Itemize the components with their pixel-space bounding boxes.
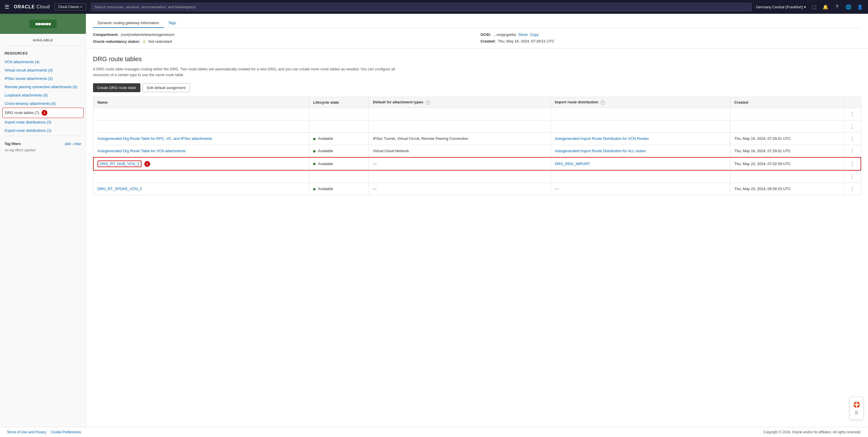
tag-filters-actions: add | clear [65,142,81,146]
sidebar-item-export-route[interactable]: Export route distributions (1) [0,126,86,135]
status-available-dot-4 [313,188,315,190]
ocid-label: OCID: [480,32,491,37]
main-content: Dynamic routing gateway information Tags… [86,14,868,437]
footer-copyright: Copyright © 2024, Oracle and/or its affi… [763,430,861,434]
hamburger-menu-icon[interactable]: ☰ [5,4,9,10]
route-table-link-hub-vcn-3[interactable]: DRG_RT_HUB_VCN_3 [98,160,142,167]
sidebar-item-ipsec-tunnel[interactable]: IPSec tunnel attachments (2) [0,74,86,83]
kebab-menu-row4[interactable]: ⋮ [848,186,857,192]
kebab-menu-row1[interactable]: ⋮ [848,135,857,142]
tag-separator: | [72,142,73,146]
action-bar: Create DRG route table Edit default assi… [93,83,861,92]
drg-route-tables-table: Name Lifecycle state Default for attachm… [93,97,861,195]
table-row-empty-1: ⋮ [93,108,861,120]
sidebar-item-remote-peering[interactable]: Remote peering connection attachments (0… [0,83,86,91]
info-grid: Compartment: (root)/network/iwanhoogendo… [93,32,861,44]
table-row: Autogenerated Drg Route Table for RPC, V… [93,132,861,145]
redundancy-label: Oracle redundancy status: [93,39,140,44]
tag-no-filters-text: no tag filters applied [5,148,81,152]
edit-default-assignment-button[interactable]: Edit default assignment [143,83,190,92]
kebab-menu-row3[interactable]: ⋮ [848,160,857,167]
user-avatar-icon[interactable]: 👤 [857,3,863,10]
search-input[interactable] [91,3,751,11]
page-wrapper: ◼◼◼◼◼◼ AVAILABLE Resources VCN attachmen… [0,14,868,437]
kebab-menu-row2[interactable]: ⋮ [848,148,857,154]
language-globe-icon[interactable]: 🌐 [845,3,852,10]
resources-section-title: Resources [0,47,86,58]
col-actions [844,97,861,108]
table-row-empty-2: ⋮ [93,120,861,132]
import-dist-link-vcn-routes[interactable]: Autogenerated Import Route Distribution … [555,136,649,141]
import-dist-info-icon[interactable]: i [600,100,605,105]
sidebar-logo-area: ◼◼◼◼◼◼ [0,14,86,34]
help-widget[interactable]: 🛟 ⠿ [849,397,863,420]
page-footer: Terms of Use and Privacy Cookie Preferen… [0,427,868,437]
tag-clear-link[interactable]: clear [74,142,81,146]
table-body: ⋮ ⋮ Autogenerated Drg Route Table for R [93,108,861,195]
sidebar-item-vcn-attachments[interactable]: VCN attachments (4) [0,58,86,66]
sidebar-item-cross-tenancy[interactable]: Cross-tenancy attachments (0) [0,99,86,108]
col-import-dist: Import route distribution i [551,97,730,108]
sidebar-divider-2 [5,136,81,136]
sidebar-logo: ◼◼◼◼◼◼ [30,20,57,28]
drg-section-description: A DRG route table manages routing within… [93,66,409,77]
tag-filters-header: Tag filters add | clear [5,142,81,146]
status-available-dot-3 [313,163,315,165]
sidebar-item-drg-route-tables[interactable]: DRG route tables (7) 1 [2,108,84,118]
info-grid-right: OCID: ...vxqqcgvkka Show Copy Created: T… [480,32,861,44]
col-name: Name [93,97,309,108]
warning-triangle-icon: ⚠ [143,39,146,44]
code-icon[interactable]: ⬚ [811,3,817,10]
footer-left: Terms of Use and Privacy Cookie Preferen… [7,430,81,434]
tag-filters-title: Tag filters [5,142,21,146]
kebab-menu-empty2[interactable]: ⋮ [848,123,857,129]
col-default-attachment: Default for attachment types i [369,97,551,108]
tag-filters-section: Tag filters add | clear no tag filters a… [0,137,86,154]
help-question-icon[interactable]: ? [834,3,840,10]
compartment-label: Compartment: [93,32,119,37]
kebab-menu-empty1[interactable]: ⋮ [848,111,857,117]
import-dist-link-rdg[interactable]: DRG_RDG_IMPORT [555,162,590,166]
tag-add-link[interactable]: add [65,142,71,146]
drg-section-title: DRG route tables [93,55,861,63]
cloud-classic-button[interactable]: Cloud Classic > [55,3,86,10]
sidebar-item-virtual-circuit[interactable]: Virtual circuit attachments (0) [0,66,86,74]
import-dist-link-all-routes[interactable]: Autogenerated Import Route Distribution … [555,149,646,153]
table-row-highlighted: DRG_RT_HUB_VCN_3 2 Available — DRG_RDG_I… [93,157,861,170]
table-header: Name Lifecycle state Default for attachm… [93,97,861,108]
route-table-link-rpc-vc-ipsec[interactable]: Autogenerated Drg Route Table for RPC, V… [98,136,212,141]
ocid-value: ...vxqqcgvkka [493,32,516,37]
region-selector[interactable]: Germany Central (Frankfurt) ▾ [756,5,806,9]
ocid-show-link[interactable]: Show [518,32,528,37]
create-drg-route-table-button[interactable]: Create DRG route table [93,83,141,92]
notification-bell-icon[interactable]: 🔔 [822,3,829,10]
info-grid-left: Compartment: (root)/network/iwanhoogendo… [93,32,474,44]
default-attachment-info-icon[interactable]: i [425,100,430,105]
table-row: DRG_RT_SPOKE_VCN_2 Available — — Thu, Ma… [93,183,861,195]
help-grid-icon: ⠿ [855,410,858,416]
ocid-copy-link[interactable]: Copy [530,32,538,37]
route-table-link-spoke-vcn-2[interactable]: DRG_RT_SPOKE_VCN_2 [98,187,142,191]
info-panel: Dynamic routing gateway information Tags… [86,14,868,49]
help-life-preserver-icon: 🛟 [853,401,860,408]
terms-link[interactable]: Terms of Use and Privacy [7,430,46,434]
hub-vcn-3-badge: 2 [144,161,150,167]
info-tabs: Dynamic routing gateway information Tags [93,19,861,28]
compartment-row: Compartment: (root)/network/iwanhoogendo… [93,32,474,37]
route-table-link-vcn[interactable]: Autogenerated Drg Route Table for VCN at… [98,149,186,153]
created-row: Created: Thu, May 16, 2024, 07:28:51 UTC [480,39,861,43]
nav-right-section: Germany Central (Frankfurt) ▾ ⬚ 🔔 ? 🌐 👤 [756,3,863,10]
oracle-logo: ORACLE Cloud [14,4,50,9]
sidebar-item-loopback[interactable]: Loopback attachments (0) [0,91,86,99]
sidebar-item-import-route[interactable]: Import route distributions (3) [0,118,86,126]
kebab-menu-empty3[interactable]: ⋮ [848,174,857,180]
tab-tags[interactable]: Tags [164,19,181,28]
drg-route-tables-section: DRG route tables A DRG route table manag… [86,49,868,202]
ocid-row: OCID: ...vxqqcgvkka Show Copy [480,32,861,37]
redundancy-value: Not redundant [148,39,172,44]
compartment-value: (root)/network/iwanhoogendoorn [121,32,175,37]
available-status: AVAILABLE [0,36,86,44]
cookie-preferences-link[interactable]: Cookie Preferences [51,430,81,434]
drg-route-tables-badge: 1 [42,110,48,116]
tab-dynamic-routing[interactable]: Dynamic routing gateway information [93,19,164,28]
